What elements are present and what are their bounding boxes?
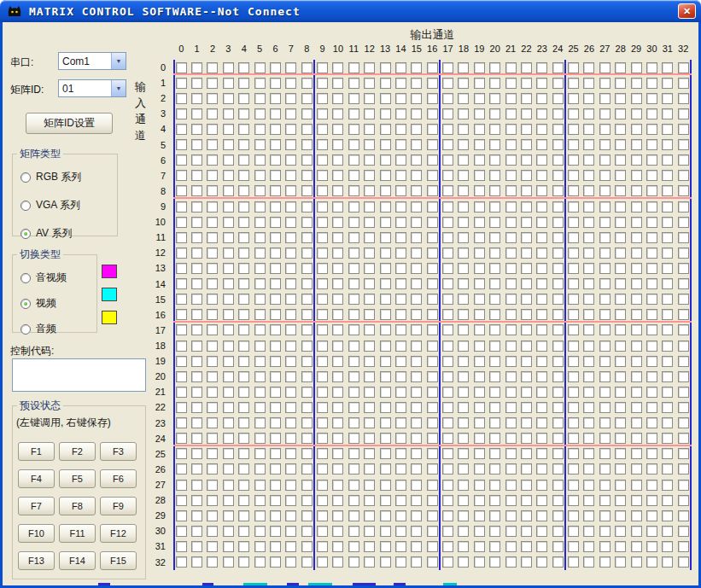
matrix-cell[interactable] <box>314 384 330 399</box>
matrix-cell[interactable] <box>503 477 518 492</box>
matrix-cell[interactable] <box>644 199 659 214</box>
matrix-cell[interactable] <box>252 369 267 384</box>
matrix-cell[interactable] <box>471 477 487 492</box>
matrix-cell[interactable] <box>409 369 424 384</box>
matrix-cell[interactable] <box>597 492 612 508</box>
matrix-cell[interactable] <box>644 260 659 276</box>
matrix-cell[interactable] <box>456 523 471 539</box>
matrix-cell[interactable] <box>550 446 565 462</box>
matrix-cell[interactable] <box>675 508 691 523</box>
matrix-cell[interactable] <box>237 338 252 353</box>
matrix-cell[interactable] <box>330 214 346 230</box>
matrix-cell[interactable] <box>613 353 628 369</box>
matrix-cell[interactable] <box>597 523 612 539</box>
matrix-cell[interactable] <box>237 523 252 539</box>
matrix-id-set-button[interactable]: 矩阵ID设置 <box>26 113 113 134</box>
matrix-cell[interactable] <box>471 292 487 307</box>
matrix-cell[interactable] <box>628 277 644 292</box>
matrix-cell[interactable] <box>628 492 644 508</box>
matrix-cell[interactable] <box>393 416 408 431</box>
matrix-cell[interactable] <box>346 462 361 477</box>
matrix-cell[interactable] <box>488 416 503 431</box>
preset-button-f1[interactable]: F1 <box>18 442 55 461</box>
matrix-cell[interactable] <box>518 462 534 477</box>
matrix-cell[interactable] <box>488 446 503 462</box>
matrix-cell[interactable] <box>346 245 361 260</box>
matrix-cell[interactable] <box>409 353 424 369</box>
matrix-cell[interactable] <box>252 523 267 539</box>
matrix-cell[interactable] <box>424 353 440 369</box>
matrix-cell[interactable] <box>267 539 283 554</box>
matrix-cell[interactable] <box>314 323 330 338</box>
matrix-cell[interactable] <box>330 492 346 508</box>
matrix-cell[interactable] <box>440 292 455 307</box>
matrix-cell[interactable] <box>675 323 691 338</box>
matrix-cell[interactable] <box>252 399 267 415</box>
matrix-cell[interactable] <box>488 214 503 230</box>
matrix-cell[interactable] <box>409 416 424 431</box>
matrix-cell[interactable] <box>267 555 283 570</box>
matrix-cell[interactable] <box>377 555 393 570</box>
matrix-cell[interactable] <box>613 338 628 353</box>
matrix-cell[interactable] <box>409 168 424 183</box>
matrix-cell[interactable] <box>660 260 675 276</box>
matrix-cell[interactable] <box>252 492 267 508</box>
matrix-cell[interactable] <box>424 137 440 153</box>
matrix-cell[interactable] <box>267 230 283 245</box>
matrix-cell[interactable] <box>488 384 503 399</box>
matrix-cell[interactable] <box>377 492 393 508</box>
matrix-cell[interactable] <box>283 292 299 307</box>
matrix-cell[interactable] <box>377 168 393 183</box>
matrix-cell[interactable] <box>393 75 408 90</box>
matrix-cell[interactable] <box>503 369 518 384</box>
matrix-cell[interactable] <box>330 121 346 137</box>
matrix-cell[interactable] <box>314 106 330 121</box>
matrix-cell[interactable] <box>393 153 408 168</box>
matrix-cell[interactable] <box>471 416 487 431</box>
matrix-cell[interactable] <box>362 399 377 415</box>
matrix-cell[interactable] <box>628 153 644 168</box>
matrix-cell[interactable] <box>237 416 252 431</box>
matrix-cell[interactable] <box>346 106 361 121</box>
matrix-cell[interactable] <box>237 137 252 153</box>
control-code-input[interactable] <box>12 358 146 392</box>
matrix-cell[interactable] <box>346 230 361 245</box>
matrix-cell[interactable] <box>456 137 471 153</box>
matrix-cell[interactable] <box>503 384 518 399</box>
matrix-cell[interactable] <box>362 277 377 292</box>
matrix-cell[interactable] <box>613 199 628 214</box>
matrix-cell[interactable] <box>362 168 377 183</box>
matrix-cell[interactable] <box>173 106 189 121</box>
matrix-cell[interactable] <box>471 245 487 260</box>
matrix-cell[interactable] <box>252 292 267 307</box>
matrix-cell[interactable] <box>220 492 236 508</box>
matrix-cell[interactable] <box>550 199 565 214</box>
matrix-cell[interactable] <box>503 508 518 523</box>
matrix-cell[interactable] <box>675 230 691 245</box>
matrix-cell[interactable] <box>565 260 581 276</box>
matrix-cell[interactable] <box>535 153 550 168</box>
matrix-cell[interactable] <box>189 277 204 292</box>
matrix-cell[interactable] <box>660 245 675 260</box>
matrix-cell[interactable] <box>471 260 487 276</box>
matrix-cell[interactable] <box>581 446 597 462</box>
matrix-cell[interactable] <box>628 90 644 106</box>
matrix-cell[interactable] <box>503 555 518 570</box>
matrix-cell[interactable] <box>330 75 346 90</box>
matrix-cell[interactable] <box>550 153 565 168</box>
matrix-cell[interactable] <box>471 230 487 245</box>
matrix-cell[interactable] <box>424 446 440 462</box>
matrix-cell[interactable] <box>377 260 393 276</box>
matrix-cell[interactable] <box>393 323 408 338</box>
matrix-cell[interactable] <box>330 292 346 307</box>
matrix-cell[interactable] <box>456 245 471 260</box>
matrix-cell[interactable] <box>237 106 252 121</box>
matrix-cell[interactable] <box>409 399 424 415</box>
matrix-cell[interactable] <box>613 277 628 292</box>
matrix-cell[interactable] <box>456 230 471 245</box>
matrix-cell[interactable] <box>503 106 518 121</box>
matrix-cell[interactable] <box>409 446 424 462</box>
matrix-cell[interactable] <box>550 75 565 90</box>
matrix-cell[interactable] <box>220 555 236 570</box>
matrix-cell[interactable] <box>314 508 330 523</box>
